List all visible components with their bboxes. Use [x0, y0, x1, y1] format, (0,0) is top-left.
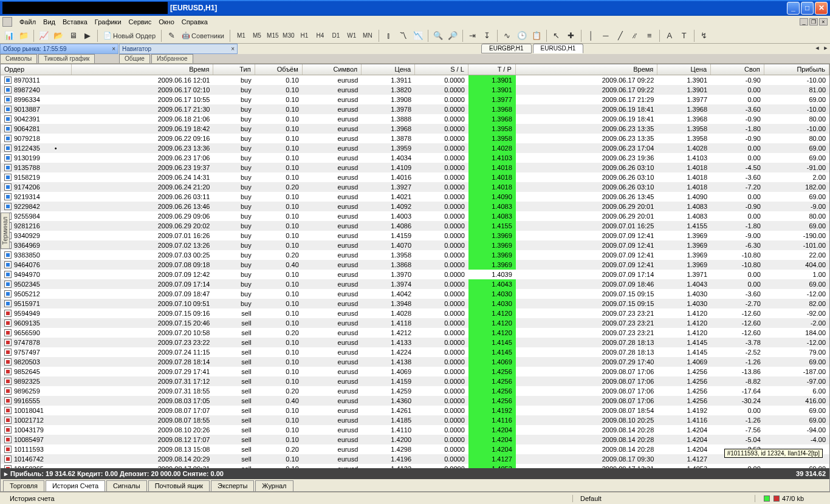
terminal-tab[interactable]: Журнал	[255, 480, 293, 491]
tf-m15[interactable]: M15	[265, 29, 281, 43]
subtab[interactable]: Избранное	[151, 54, 193, 63]
table-row[interactable]: 95159712009.07.10 09:51buy0.10eurusd1.39…	[1, 299, 829, 308]
col-header[interactable]: Время	[72, 64, 213, 75]
table-row[interactable]: 90642812009.06.19 18:42buy0.10eurusd1.39…	[1, 124, 829, 134]
terminal-tab[interactable]: История Счета	[46, 480, 105, 491]
arrows-icon[interactable]: ↯	[698, 29, 711, 43]
scroll-left-icon[interactable]: ◄	[813, 44, 821, 52]
grid-body[interactable]: 89703112009.06.16 12:01buy0.10eurusd1.39…	[1, 75, 829, 468]
menu-файл[interactable]: Файл	[16, 17, 39, 27]
close-icon[interactable]: ×	[112, 46, 115, 52]
table-row[interactable]: 97478782009.07.23 23:22sell0.10eurusd1.4…	[1, 338, 829, 347]
table-row[interactable]: 97574972009.07.24 11:15sell0.10eurusd1.4…	[1, 347, 829, 357]
hline-icon[interactable]: ─	[599, 29, 612, 43]
table-row[interactable]: 90138872009.06.17 21:30buy0.10eurusd1.39…	[1, 104, 829, 114]
trendline-icon[interactable]: ╱	[614, 29, 627, 43]
col-header[interactable]: Время	[516, 64, 657, 75]
table-row[interactable]: 96565902009.07.20 10:58sell0.20eurusd1.4…	[1, 328, 829, 338]
table-row[interactable]: 93409292009.07.01 16:26buy0.10eurusd1.41…	[1, 231, 829, 240]
table-row[interactable]: 91357882009.06.23 19:37buy0.10eurusd1.41…	[1, 163, 829, 172]
navigator-icon[interactable]: 📂	[52, 29, 65, 43]
fibo-icon[interactable]: ≡	[643, 29, 656, 43]
candle-chart-icon[interactable]: 〽	[397, 29, 410, 43]
table-row[interactable]: 98923252009.07.31 17:12sell0.10eurusd1.4…	[1, 376, 829, 386]
tf-m5[interactable]: M5	[249, 29, 265, 43]
text-icon[interactable]: A	[663, 29, 676, 43]
table-row[interactable]: 91301992009.06.23 17:06buy0.10eurusd1.40…	[1, 153, 829, 163]
minimize-button[interactable]: _	[787, 2, 800, 15]
col-header[interactable]: Ордер	[1, 64, 72, 75]
label-icon[interactable]: T	[677, 29, 691, 43]
terminal-tab[interactable]: Торговля	[3, 480, 44, 491]
periods-icon[interactable]: 🕒	[515, 29, 529, 43]
col-header[interactable]: Тип	[213, 64, 255, 75]
tf-h1[interactable]: H1	[297, 29, 312, 43]
table-row[interactable]: 93838502009.07.03 00:25buy0.20eurusd1.39…	[1, 250, 829, 260]
close-button[interactable]: ✕	[815, 2, 828, 15]
table-row[interactable]: 91582192009.06.24 14:31buy0.10eurusd1.40…	[1, 172, 829, 182]
indicators-icon[interactable]: ∿	[501, 29, 514, 43]
col-header[interactable]: Объём	[255, 64, 303, 75]
tester-icon[interactable]: ▶	[81, 29, 94, 43]
table-row[interactable]: 92812162009.06.29 20:02buy0.10eurusd1.40…	[1, 221, 829, 231]
new-chart-icon[interactable]: 📊	[2, 29, 16, 43]
menu-вставка[interactable]: Вставка	[59, 17, 91, 27]
col-header[interactable]: Прибыль	[764, 64, 829, 75]
subtab[interactable]: Общие	[119, 54, 150, 63]
table-row[interactable]: 90423912009.06.18 21:06buy0.10eurusd1.38…	[1, 114, 829, 124]
subtab[interactable]: Символы	[0, 54, 37, 63]
mdi-close-button[interactable]: ×	[819, 18, 828, 26]
market-watch-icon[interactable]: 📈	[37, 29, 50, 43]
table-row[interactable]: 95052122009.07.09 18:47buy0.10eurusd1.40…	[1, 289, 829, 299]
menu-окно[interactable]: Окно	[155, 17, 178, 27]
table-row[interactable]: 96091352009.07.15 20:46sell0.10eurusd1.4…	[1, 318, 829, 328]
new-order-button[interactable]: 📄 Новый Ордер	[101, 32, 158, 39]
col-header[interactable]: T / P	[468, 64, 516, 75]
mdi-restore-button[interactable]: ❐	[809, 18, 818, 26]
tf-m30[interactable]: M30	[281, 29, 297, 43]
table-row[interactable]: 92193142009.06.26 03:11buy0.10eurusd1.40…	[1, 192, 829, 202]
table-row[interactable]: 100180412009.08.07 17:07sell0.10eurusd1.…	[1, 406, 829, 415]
table-row[interactable]: 89872402009.06.17 02:10buy0.10eurusd1.38…	[1, 85, 829, 95]
bar-chart-icon[interactable]: ⫿	[382, 29, 396, 43]
tf-m1[interactable]: M1	[233, 29, 249, 43]
table-row[interactable]: 92298422009.06.26 13:46buy0.10eurusd1.40…	[1, 202, 829, 211]
crosshair-icon[interactable]: ✚	[564, 29, 578, 43]
table-row[interactable]: 92559842009.06.29 09:06buy0.10eurusd1.40…	[1, 211, 829, 221]
navigator-panel-header[interactable]: Навигатор×	[119, 44, 238, 54]
table-row[interactable]: 89703112009.06.16 12:01buy0.10eurusd1.39…	[1, 75, 829, 85]
shift-icon[interactable]: ↧	[481, 29, 494, 43]
table-row[interactable]: 98526452009.07.29 17:41sell0.10eurusd1.4…	[1, 367, 829, 376]
table-row[interactable]: 101467422009.08.14 20:29sell0.10eurusd1.…	[1, 454, 829, 464]
col-header[interactable]: Символ	[303, 64, 362, 75]
templates-icon[interactable]: 📋	[530, 29, 543, 43]
table-row[interactable]: 94640762009.07.08 09:18buy0.40eurusd1.38…	[1, 260, 829, 270]
autoscroll-icon[interactable]: ⇥	[466, 29, 479, 43]
chart-tab[interactable]: EURGBP,H1	[481, 44, 532, 53]
mdi-min-button[interactable]: _	[800, 18, 808, 26]
tf-d1[interactable]: D1	[328, 29, 344, 43]
terminal-tab[interactable]: Почтовый ящик	[148, 480, 210, 491]
profiles-icon[interactable]: 📁	[17, 29, 30, 43]
table-row[interactable]: 94949702009.07.09 12:42buy0.10eurusd1.39…	[1, 270, 829, 279]
menu-графики[interactable]: Графики	[91, 17, 125, 27]
terminal-tab[interactable]: Сигналы	[106, 480, 147, 491]
table-row[interactable]: 95949492009.07.15 09:16sell0.10eurusd1.4…	[1, 308, 829, 318]
menu-справка[interactable]: Справка	[178, 17, 211, 27]
chart-tab[interactable]: EURUSD,H1	[533, 44, 584, 53]
terminal-icon[interactable]: 🖥	[66, 29, 80, 43]
table-row[interactable]: 91742062009.06.24 21:20buy0.20eurusd1.39…	[1, 182, 829, 192]
channel-icon[interactable]: ⫽	[628, 29, 642, 43]
tf-w1[interactable]: W1	[344, 29, 360, 43]
table-row[interactable]: 101582652009.08.17 09:31sell0.10eurusd1.…	[1, 464, 829, 468]
line-chart-icon[interactable]: 📉	[411, 29, 425, 43]
vline-icon[interactable]: │	[585, 29, 598, 43]
scroll-right-icon[interactable]: ►	[821, 44, 830, 52]
zoom-out-icon[interactable]: 🔎	[446, 29, 459, 43]
table-row[interactable]: 9122435•2009.06.23 13:36buy0.10eurusd1.3…	[1, 143, 829, 153]
table-row[interactable]: 89963342009.06.17 10:55buy0.10eurusd1.39…	[1, 95, 829, 104]
col-header[interactable]: Своп	[711, 64, 764, 75]
tf-h4[interactable]: H4	[312, 29, 328, 43]
close-icon[interactable]: ×	[231, 46, 235, 52]
table-row[interactable]: 101115932009.08.13 15:08sell0.20eurusd1.…	[1, 444, 829, 454]
